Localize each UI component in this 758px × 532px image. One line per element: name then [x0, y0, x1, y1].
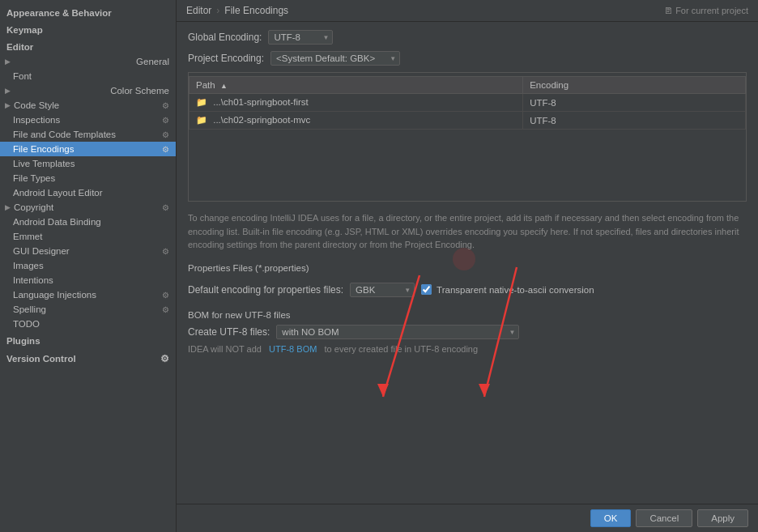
- sidebar-item-label: File Types: [13, 173, 55, 183]
- sidebar-item-code-style[interactable]: ▶ Code Style ⚙: [0, 98, 176, 113]
- sidebar-item-color-scheme[interactable]: ▶ Color Scheme: [0, 83, 176, 98]
- sidebar: Appearance & Behavior Keymap Editor ▶ Ge…: [0, 0, 177, 532]
- create-utf8-select[interactable]: with NO BOM: [276, 325, 519, 339]
- action-icon: ⚙: [162, 116, 169, 125]
- sidebar-item-language-injections[interactable]: Language Injections ⚙: [0, 287, 176, 302]
- create-utf8-select-wrapper: with NO BOM: [276, 325, 519, 339]
- sidebar-item-label: Intentions: [13, 275, 53, 285]
- create-utf8-row: Create UTF-8 files: with NO BOM: [188, 325, 747, 339]
- sidebar-item-label: Color Scheme: [110, 86, 169, 96]
- sidebar-item-android-data-binding[interactable]: Android Data Binding: [0, 215, 176, 229]
- sidebar-item-gui-designer[interactable]: GUI Designer ⚙: [0, 244, 176, 258]
- sidebar-item-label: Language Injections: [13, 290, 159, 300]
- bom-note-link: UTF-8 BOM: [269, 344, 317, 354]
- table-cell-encoding: UTF-8: [523, 94, 746, 112]
- cancel-button[interactable]: Cancel: [636, 509, 692, 527]
- sidebar-item-spelling[interactable]: Spelling ⚙: [0, 302, 176, 317]
- sidebar-item-todo[interactable]: TODO: [0, 317, 176, 331]
- table-row[interactable]: 📁 ...\ch01-springboot-first UTF-8: [190, 94, 746, 112]
- action-icon: ⚙: [162, 101, 169, 110]
- global-encoding-select[interactable]: UTF-8: [268, 30, 333, 45]
- transparent-label: Transparent native-to-ascii conversion: [436, 285, 594, 295]
- sidebar-item-label: Live Templates: [13, 159, 75, 168]
- sidebar-item-label: Copyright: [14, 202, 159, 212]
- sidebar-item-label: Android Layout Editor: [13, 188, 103, 198]
- sidebar-item-live-templates[interactable]: Live Templates: [0, 156, 176, 171]
- arrow-icon: ▶: [5, 87, 11, 95]
- transparent-checkbox-row: Transparent native-to-ascii conversion: [421, 284, 594, 295]
- table-cell-path: 📁 ...\ch02-springboot-mvc: [190, 112, 523, 130]
- bom-note: IDEA will NOT add UTF-8 BOM to every cre…: [188, 344, 747, 354]
- properties-section-title: Properties Files (*.properties): [188, 263, 747, 273]
- sidebar-item-copyright[interactable]: ▶ Copyright ⚙: [0, 200, 176, 215]
- sidebar-section-editor: Editor: [0, 37, 176, 54]
- sidebar-item-inspections[interactable]: Inspections ⚙: [0, 113, 176, 127]
- table-cell-path: 📁 ...\ch01-springboot-first: [190, 94, 523, 112]
- create-utf8-label: Create UTF-8 files:: [188, 326, 270, 338]
- action-icon: ⚙: [162, 203, 169, 212]
- default-encoding-select[interactable]: GBK: [350, 283, 415, 297]
- project-encoding-select-wrapper: <System Default: GBK>: [270, 51, 400, 66]
- file-path-value: ...\ch02-springboot-mvc: [213, 115, 310, 125]
- table-header-encoding: Encoding: [523, 77, 746, 94]
- sidebar-item-emmet[interactable]: Emmet: [0, 229, 176, 244]
- arrow-icon: ▶: [5, 101, 11, 109]
- sidebar-item-label: General: [136, 57, 169, 66]
- info-text: To change encoding IntelliJ IDEA uses fo…: [188, 211, 747, 252]
- sidebar-section-appearance: Appearance & Behavior: [0, 3, 176, 20]
- action-icon: ⚙: [162, 305, 169, 314]
- sidebar-item-label: GUI Designer: [13, 246, 159, 256]
- sidebar-section-version-control: Version Control ⚙: [0, 348, 176, 367]
- action-icon: ⚙: [162, 145, 169, 154]
- ok-button[interactable]: OK: [590, 509, 632, 527]
- bottom-bar: OK Cancel Apply: [177, 504, 758, 532]
- settings-panel: Global Encoding: UTF-8 Project Encoding:…: [177, 22, 758, 504]
- sidebar-item-label: Images: [13, 261, 44, 270]
- project-encoding-select[interactable]: <System Default: GBK>: [270, 51, 400, 66]
- bom-title: BOM for new UTF-8 files: [188, 310, 747, 320]
- sidebar-item-label: File Encodings: [13, 144, 159, 154]
- apply-button[interactable]: Apply: [697, 509, 748, 527]
- sort-arrow-icon: ▲: [220, 82, 228, 90]
- sidebar-item-file-encodings[interactable]: File Encodings ⚙: [0, 142, 176, 156]
- sidebar-item-label: Spelling: [13, 304, 159, 314]
- global-encoding-select-wrapper: UTF-8: [268, 30, 333, 45]
- sidebar-item-android-layout-editor[interactable]: Android Layout Editor: [0, 185, 176, 200]
- sidebar-item-file-types[interactable]: File Types: [0, 171, 176, 185]
- sidebar-item-file-code-templates[interactable]: File and Code Templates ⚙: [0, 127, 176, 142]
- arrow-icon: ▶: [5, 203, 11, 211]
- breadcrumb-parent: Editor: [186, 5, 211, 16]
- sidebar-section-plugins: Plugins: [0, 331, 176, 348]
- sidebar-item-general[interactable]: ▶ General: [0, 54, 176, 69]
- sidebar-item-label: Emmet: [13, 232, 42, 241]
- sidebar-item-label: File and Code Templates: [13, 130, 159, 139]
- project-encoding-label: Project Encoding:: [188, 53, 264, 64]
- file-encoding-table-container: Path ▲ Encoding 📁 ...\ch01-springboot-fi…: [188, 72, 747, 202]
- bom-note-muted: IDEA will NOT add: [188, 344, 262, 354]
- action-icon: ⚙: [162, 247, 169, 256]
- bom-note-end: to every created file in UTF-8 encoding: [325, 344, 479, 354]
- default-encoding-label: Default encoding for properties files:: [188, 284, 343, 296]
- sidebar-item-label: Code Style: [14, 100, 159, 110]
- default-encoding-row: Default encoding for properties files: G…: [188, 283, 747, 297]
- for-current-project-button[interactable]: 🖹 For current project: [664, 6, 748, 15]
- arrow-icon: ▶: [5, 57, 11, 66]
- sidebar-item-intentions[interactable]: Intentions: [0, 273, 176, 287]
- main-panel: Editor › File Encodings 🖹 For current pr…: [177, 0, 758, 532]
- action-icon: ⚙: [162, 291, 169, 300]
- table-header-path: Path ▲: [190, 77, 523, 94]
- sidebar-item-font[interactable]: Font: [0, 69, 176, 83]
- file-encoding-table: Path ▲ Encoding 📁 ...\ch01-springboot-fi…: [189, 76, 746, 130]
- sidebar-item-label: Inspections: [13, 115, 159, 125]
- file-path-value: ...\ch01-springboot-first: [213, 97, 309, 107]
- table-cell-encoding: UTF-8: [523, 112, 746, 130]
- folder-icon: 📁: [196, 97, 207, 107]
- breadcrumb-current: File Encodings: [224, 5, 288, 16]
- action-icon: ⚙: [160, 353, 169, 364]
- table-row[interactable]: 📁 ...\ch02-springboot-mvc UTF-8: [190, 112, 746, 130]
- project-encoding-row: Project Encoding: <System Default: GBK>: [188, 51, 747, 66]
- sidebar-item-images[interactable]: Images: [0, 258, 176, 273]
- sidebar-item-label: Android Data Binding: [13, 217, 101, 227]
- breadcrumb-separator: ›: [216, 5, 219, 16]
- transparent-checkbox[interactable]: [421, 284, 432, 295]
